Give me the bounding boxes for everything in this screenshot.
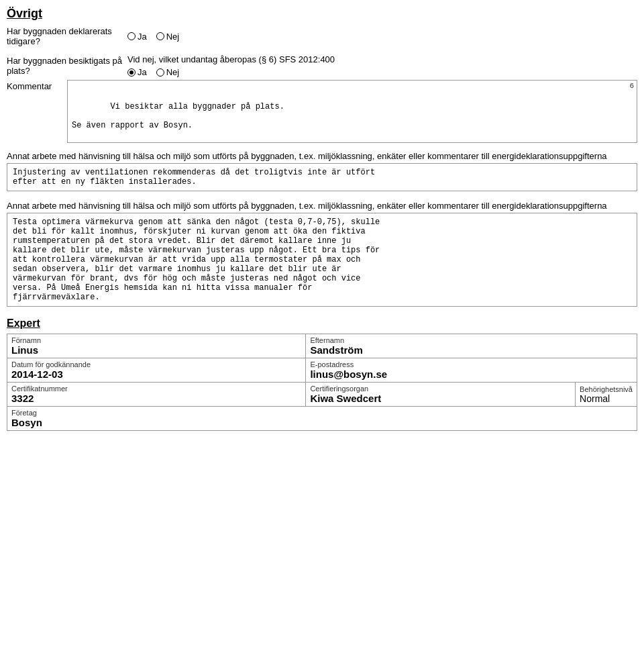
expert-datum-cell: Datum för godkännande 2014-12-03	[7, 358, 306, 383]
other-work-1-text: Injustering av ventilationen rekommender…	[13, 168, 631, 187]
expert-behorig-cell: Behörighetsnivå Normal	[576, 383, 637, 407]
other-work-2-box[interactable]: Testa optimera värmekurva genom att sänk…	[7, 213, 637, 307]
behorig-value: Normal	[580, 393, 633, 404]
certifikat-label: Certifikatnummer	[11, 385, 301, 393]
expert-row-dates: Datum för godkännande 2014-12-03 E-posta…	[7, 358, 637, 383]
q2-ja-option[interactable]: Ja	[127, 67, 147, 77]
certifikat-value: 3322	[11, 393, 301, 404]
expert-foretag-cell: Företag Bosyn	[7, 407, 637, 431]
expert-table: Förnamn Linus Efternamn Sandström Datum …	[7, 334, 637, 431]
comment-text: Vi besiktar alla byggnader på plats. Se …	[72, 102, 284, 130]
question-2-label: Har byggnaden besiktigats på plats?	[7, 54, 127, 76]
expert-efternamn-cell: Efternamn Sandström	[306, 334, 637, 358]
expert-section: Expert Förnamn Linus Efternamn Sandström…	[7, 317, 637, 431]
other-work-1-label: Annat arbete med hänvisning till hälsa o…	[7, 151, 637, 161]
other-work-2-label: Annat arbete med hänvisning till hälsa o…	[7, 201, 637, 211]
q2-bottom-options: Ja Nej	[127, 67, 637, 77]
q1-nej-option[interactable]: Nej	[156, 32, 180, 42]
other-work-2-section: Annat arbete med hänvisning till hälsa o…	[7, 201, 637, 307]
char-count: 6	[629, 82, 634, 90]
datum-label: Datum för godkännande	[11, 360, 301, 368]
q1-nej-radio[interactable]	[156, 32, 164, 40]
epost-label: E-postadress	[310, 360, 633, 368]
question-2-section: Har byggnaden besiktigats på plats? Vid …	[7, 54, 637, 143]
question-1-options: Ja Nej	[127, 32, 179, 42]
comment-textbox[interactable]: 6 Vi besiktar alla byggnader på plats. S…	[67, 80, 637, 143]
epost-value: linus@bosyn.se	[310, 368, 633, 380]
other-work-1-box[interactable]: Injustering av ventilationen rekommender…	[7, 163, 637, 191]
expert-certorg-cell: Certifieringsorgan Kiwa Swedcert	[306, 383, 576, 407]
fornamn-label: Förnamn	[11, 336, 301, 344]
q2-nej-radio[interactable]	[156, 68, 164, 77]
behorig-label: Behörighetsnivå	[580, 385, 633, 393]
q1-ja-radio[interactable]	[127, 32, 136, 40]
expert-row-name: Förnamn Linus Efternamn Sandström	[7, 334, 637, 358]
comment-label: Kommentar	[7, 80, 67, 91]
expert-title: Expert	[7, 317, 637, 330]
q2-nej-option[interactable]: Nej	[156, 67, 180, 77]
q2-ja-radio-inner	[129, 70, 133, 74]
comment-wrapper: 6 Vi besiktar alla byggnader på plats. S…	[67, 80, 637, 143]
datum-value: 2014-12-03	[11, 368, 301, 380]
question-1-section: Har byggnaden deklarerats tidigare? Ja N…	[7, 26, 637, 46]
question-1-label: Har byggnaden deklarerats tidigare?	[7, 26, 127, 46]
expert-certifikat-cell: Certifikatnummer 3322	[7, 383, 306, 407]
q2-ja-label: Ja	[138, 67, 147, 77]
expert-row-cert: Certifikatnummer 3322 Certifieringsorgan…	[7, 383, 637, 407]
q1-ja-label: Ja	[138, 32, 147, 42]
other-work-2-text: Testa optimera värmekurva genom att sänk…	[13, 217, 631, 302]
expert-row-foretag: Företag Bosyn	[7, 407, 637, 431]
foretag-value: Bosyn	[11, 417, 633, 428]
foretag-label: Företag	[11, 409, 633, 417]
other-work-1-section: Annat arbete med hänvisning till hälsa o…	[7, 151, 637, 191]
exception-text: Vid nej, vilket undantag åberopas (§ 6) …	[127, 54, 335, 64]
q2-nej-label: Nej	[166, 67, 180, 77]
q2-ja-radio[interactable]	[127, 68, 136, 77]
expert-epost-cell: E-postadress linus@bosyn.se	[306, 358, 637, 383]
efternamn-label: Efternamn	[310, 336, 633, 344]
q1-ja-option[interactable]: Ja	[127, 32, 147, 42]
page-title: Övrigt	[7, 7, 637, 21]
efternamn-value: Sandström	[310, 344, 633, 356]
expert-fornamn-cell: Förnamn Linus	[7, 334, 306, 358]
certorg-label: Certifieringsorgan	[310, 385, 571, 393]
q1-nej-label: Nej	[166, 32, 180, 42]
fornamn-value: Linus	[11, 344, 301, 356]
certorg-value: Kiwa Swedcert	[310, 393, 571, 404]
